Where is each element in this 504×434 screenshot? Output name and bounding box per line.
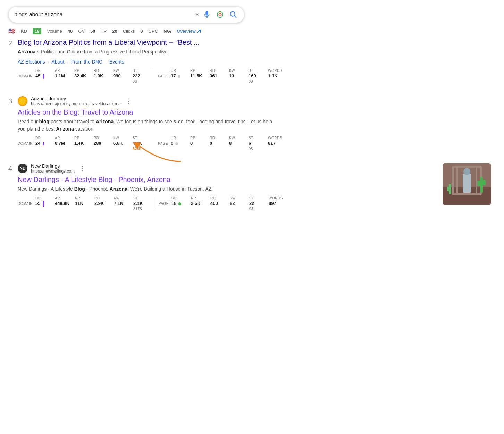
kd-badge: 19 [33, 28, 41, 34]
favicon: ND [18, 164, 27, 173]
domain-label: DOMAIN [18, 142, 33, 145]
page-st-col: ST 169 0$ [249, 69, 262, 83]
result-number: 4 [8, 165, 12, 173]
result-snippet: New Darlings - A Lifestyle Blog - Phoeni… [18, 185, 278, 193]
metrics-row: DOMAIN DR 55 AR 449.9K RP [18, 196, 437, 211]
result-item: 3 ☀️ Arizona Journey https://arizonajour… [8, 96, 496, 153]
st-col: ST 232 0$ [133, 69, 146, 83]
svg-rect-14 [480, 177, 483, 193]
site-name: New Darlings [31, 163, 75, 169]
site-url: https://newdarlings.com [31, 169, 75, 174]
tp-value: 20 [112, 28, 117, 34]
ur-col: UR 18 [171, 196, 185, 206]
site-name-url: Arizona Journey https://arizonajourney.o… [31, 96, 121, 106]
sub-links: AZ Elections · About · From the DNC · Ev… [18, 59, 491, 65]
clicks-label: Clicks [123, 28, 135, 34]
flag-icon: 🇺🇸 [8, 28, 15, 34]
page-rd-col: RD 0 [210, 136, 224, 146]
page-kw-col: KW 82 [230, 196, 244, 206]
page-label: PAGE [158, 74, 168, 78]
svg-rect-16 [483, 180, 486, 185]
page-kw-col: KW 13 [229, 69, 243, 78]
voice-search-button[interactable] [202, 9, 212, 20]
clicks-value: 0 [140, 28, 143, 34]
page-rp-col: RP 11.5K [190, 69, 204, 78]
search-input[interactable] [14, 11, 192, 18]
cpc-value: N/A [163, 28, 171, 34]
page-metrics-section: UR 17 RP 11.5K RD 361 KW 13 [171, 69, 282, 83]
page-metrics-section: UR 18 RP 2.6K RD 400 [171, 196, 283, 211]
sub-link-az-elections[interactable]: AZ Elections [18, 59, 45, 65]
rp-col: RP 11K [75, 196, 89, 206]
result-content: ☀️ Arizona Journey https://arizonajourne… [18, 96, 491, 151]
search-button[interactable] [228, 9, 238, 20]
site-info: ND New Darlings https://newdarlings.com … [18, 163, 437, 174]
rp-col: RP 32.4K [74, 69, 88, 78]
kw-col: KW 7.1K [114, 196, 128, 206]
page-rd-col: RD 361 [210, 69, 224, 78]
words-col: Words 817 [268, 136, 282, 146]
result-snippet: Arizona's Politics and Culture from a Pr… [18, 48, 278, 56]
result-item: 2 Blog for Arizona Politics from a Liber… [8, 38, 496, 86]
sub-link-events[interactable]: Events [109, 59, 124, 65]
ar-col: AR 1.1M [55, 69, 69, 78]
svg-rect-15 [477, 181, 480, 186]
overview-link[interactable]: Overview [177, 28, 201, 34]
svg-rect-17 [449, 184, 451, 194]
page-st-col: ST 6 0$ [249, 136, 262, 151]
page-label: PAGE [159, 202, 169, 206]
dots-menu-icon[interactable]: ⋮ [79, 165, 86, 172]
rd-col: RD 1.9K [94, 69, 108, 78]
site-name-url: New Darlings https://newdarlings.com [31, 163, 75, 174]
dr-col: DR 24 [35, 136, 49, 146]
dots-menu-icon[interactable]: ⋮ [126, 97, 132, 105]
result-title[interactable]: Blog for Arizona Politics from a Liberal… [18, 38, 491, 47]
search-bar: × [8, 6, 244, 23]
metrics-row: DOMAIN DR 45 AR 1.1M RP 32.4K [18, 69, 491, 83]
result-title[interactable]: Articles on the Blog: Travel to Arizona [18, 108, 491, 117]
svg-line-5 [234, 16, 236, 17]
rp-col: RP 1.4K [74, 136, 88, 146]
svg-rect-11 [476, 167, 477, 194]
result-main: ND New Darlings https://newdarlings.com … [18, 163, 437, 211]
domain-label: DOMAIN [18, 74, 33, 78]
st-col: ST 2.1K 817$ [133, 196, 147, 211]
sub-link-about[interactable]: About [52, 59, 65, 65]
result-content: ND New Darlings https://newdarlings.com … [18, 163, 491, 211]
metrics-row: DOMAIN DR 24 AR 8.7M RP 1.4K [18, 136, 491, 151]
svg-point-1 [219, 13, 221, 16]
svg-point-13 [463, 168, 470, 175]
gv-label: GV [78, 28, 85, 34]
ar-col: AR 8.7M [55, 136, 69, 146]
kw-col: KW 6.6K [113, 136, 127, 146]
clear-icon[interactable]: × [195, 11, 199, 18]
rd-col: RD 289 [94, 136, 108, 146]
site-url: https://arizonajourney.org › blog-travel… [31, 101, 121, 106]
kw-col: KW 990 [113, 69, 127, 78]
metrics-with-arrow: DOMAIN DR 24 AR 8.7M RP 1.4K [18, 136, 491, 151]
result-number: 3 [8, 97, 12, 105]
result-number: 2 [8, 39, 12, 47]
site-info: ☀️ Arizona Journey https://arizonajourne… [18, 96, 491, 106]
result-with-thumb: ND New Darlings https://newdarlings.com … [18, 163, 491, 211]
favicon: ☀️ [18, 96, 27, 106]
tp-label: TP [101, 28, 107, 34]
site-name: Arizona Journey [31, 96, 121, 101]
result-title[interactable]: New Darlings - A Lifestyle Blog - Phoeni… [18, 175, 437, 184]
volume-label: Volume [47, 28, 62, 34]
ar-col: AR 449.9K [55, 196, 69, 206]
orange-arrow-annotation [132, 142, 188, 164]
page-kw-col: KW 8 [229, 136, 243, 146]
result-item: 4 ND New Darlings https://newdarlings.co… [8, 163, 496, 214]
gv-value: 50 [90, 28, 95, 34]
svg-rect-18 [447, 187, 449, 191]
ur-col: UR 17 [171, 69, 185, 78]
cpc-label: CPC [149, 28, 158, 34]
overview-label: Overview [177, 28, 195, 34]
kd-label: KD [21, 28, 27, 34]
image-search-button[interactable] [215, 9, 225, 20]
metrics-bar: 🇺🇸 KD 19 Volume 40 GV 50 TP 20 Clicks 0 … [0, 26, 504, 38]
dr-col: DR 45 [35, 69, 49, 79]
sub-link-from-the-dnc[interactable]: From the DNC [71, 59, 102, 65]
page-st-col: ST 22 0$ [249, 196, 263, 211]
